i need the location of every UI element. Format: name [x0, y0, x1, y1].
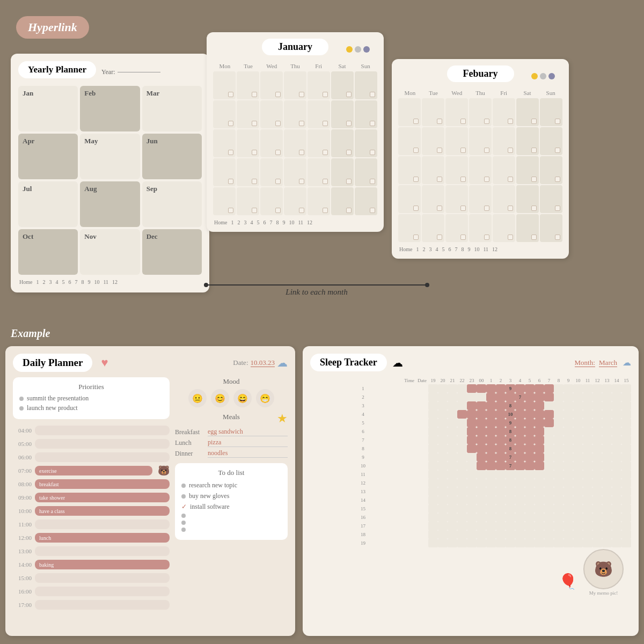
- cell-checkbox[interactable]: [346, 179, 352, 184]
- month-cell-sep[interactable]: Sep: [142, 181, 202, 227]
- nav-item[interactable]: 4: [54, 279, 59, 285]
- cell-checkbox[interactable]: [346, 92, 352, 97]
- cell-checkbox[interactable]: [413, 119, 419, 124]
- nav-item[interactable]: 10: [288, 219, 295, 225]
- cell-checkbox[interactable]: [508, 206, 513, 211]
- month-cell-aug[interactable]: Aug: [80, 181, 140, 227]
- cell-checkbox[interactable]: [531, 119, 537, 124]
- nav-item[interactable]: 7: [268, 219, 273, 225]
- nav-item[interactable]: 7: [74, 279, 78, 285]
- cell-checkbox[interactable]: [299, 208, 304, 213]
- cell-checkbox[interactable]: [460, 119, 466, 124]
- nav-item[interactable]: 2: [236, 219, 241, 225]
- cell-checkbox[interactable]: [531, 206, 537, 211]
- nav-item[interactable]: 1: [415, 246, 420, 252]
- cell-checkbox[interactable]: [484, 148, 489, 153]
- nav-item[interactable]: 10: [93, 279, 100, 285]
- cell-checkbox[interactable]: [437, 119, 442, 124]
- cell-checkbox[interactable]: [437, 148, 442, 153]
- cell-checkbox[interactable]: [299, 150, 304, 155]
- cell-checkbox[interactable]: [275, 208, 281, 213]
- cell-checkbox[interactable]: [252, 92, 257, 97]
- nav-item[interactable]: 11: [102, 279, 109, 285]
- cell-checkbox[interactable]: [370, 150, 375, 155]
- nav-item[interactable]: 8: [275, 219, 280, 225]
- cell-checkbox[interactable]: [508, 148, 513, 153]
- nav-item[interactable]: 8: [80, 279, 85, 285]
- nav-item[interactable]: 4: [434, 246, 439, 252]
- cell-checkbox[interactable]: [275, 179, 281, 184]
- nav-item[interactable]: 11: [297, 219, 304, 225]
- cell-checkbox[interactable]: [299, 121, 304, 126]
- cell-checkbox[interactable]: [460, 177, 466, 182]
- mood-face[interactable]: 😁: [256, 389, 274, 407]
- cell-checkbox[interactable]: [555, 235, 560, 240]
- cell-checkbox[interactable]: [346, 208, 352, 213]
- nav-item[interactable]: 8: [460, 246, 465, 252]
- nav-item[interactable]: 5: [255, 219, 260, 225]
- cell-checkbox[interactable]: [323, 179, 328, 184]
- nav-item[interactable]: 6: [262, 219, 267, 225]
- nav-item[interactable]: 12: [491, 246, 499, 252]
- cell-checkbox[interactable]: [484, 119, 489, 124]
- cell-checkbox[interactable]: [228, 179, 233, 184]
- nav-item[interactable]: 11: [482, 246, 489, 252]
- cell-checkbox[interactable]: [484, 206, 489, 211]
- february-nav[interactable]: Home123456789101112: [398, 246, 562, 252]
- nav-item[interactable]: 3: [243, 219, 247, 225]
- mood-face[interactable]: 😊: [211, 389, 229, 407]
- month-cell-jul[interactable]: Jul: [18, 181, 78, 227]
- cell-checkbox[interactable]: [323, 208, 328, 213]
- nav-item[interactable]: 5: [441, 246, 445, 252]
- cell-checkbox[interactable]: [508, 177, 513, 182]
- nav-item[interactable]: 1: [35, 279, 40, 285]
- nav-item[interactable]: Home: [398, 246, 413, 252]
- cell-checkbox[interactable]: [531, 235, 537, 240]
- cell-checkbox[interactable]: [323, 150, 328, 155]
- cell-checkbox[interactable]: [531, 148, 537, 153]
- cell-checkbox[interactable]: [555, 148, 560, 153]
- cell-checkbox[interactable]: [437, 206, 442, 211]
- cell-checkbox[interactable]: [323, 121, 328, 126]
- nav-item[interactable]: Home: [213, 219, 228, 225]
- cell-checkbox[interactable]: [370, 208, 375, 213]
- nav-item[interactable]: Home: [18, 279, 33, 285]
- month-cell-dec[interactable]: Dec: [142, 229, 202, 275]
- cell-checkbox[interactable]: [508, 119, 513, 124]
- cell-checkbox[interactable]: [555, 119, 560, 124]
- nav-item[interactable]: 3: [428, 246, 433, 252]
- nav-item[interactable]: 4: [249, 219, 254, 225]
- nav-item[interactable]: 9: [281, 219, 286, 225]
- nav-item[interactable]: 3: [48, 279, 53, 285]
- cell-checkbox[interactable]: [370, 179, 375, 184]
- cell-checkbox[interactable]: [413, 177, 419, 182]
- nav-item[interactable]: 1: [230, 219, 235, 225]
- cell-checkbox[interactable]: [370, 121, 375, 126]
- cell-checkbox[interactable]: [508, 235, 513, 240]
- nav-item[interactable]: 6: [447, 246, 452, 252]
- cell-checkbox[interactable]: [228, 208, 233, 213]
- nav-item[interactable]: 10: [473, 246, 480, 252]
- cell-checkbox[interactable]: [275, 150, 281, 155]
- yearly-nav[interactable]: Home123456789101112: [18, 279, 202, 285]
- mood-face[interactable]: 😐: [188, 389, 207, 407]
- nav-item[interactable]: 9: [466, 246, 471, 252]
- nav-item[interactable]: 12: [306, 219, 313, 225]
- month-cell-nov[interactable]: Nov: [80, 229, 140, 275]
- january-nav[interactable]: Home123456789101112: [213, 219, 377, 225]
- cell-checkbox[interactable]: [370, 92, 375, 97]
- month-cell-apr[interactable]: Apr: [18, 134, 78, 179]
- cell-checkbox[interactable]: [413, 206, 419, 211]
- cell-checkbox[interactable]: [299, 179, 304, 184]
- cell-checkbox[interactable]: [484, 177, 489, 182]
- cell-checkbox[interactable]: [531, 177, 537, 182]
- cell-checkbox[interactable]: [460, 148, 466, 153]
- cell-checkbox[interactable]: [275, 121, 281, 126]
- cell-checkbox[interactable]: [413, 235, 419, 240]
- mood-face[interactable]: 😄: [233, 389, 252, 407]
- cell-checkbox[interactable]: [346, 121, 352, 126]
- cell-checkbox[interactable]: [228, 92, 233, 97]
- cell-checkbox[interactable]: [252, 121, 257, 126]
- nav-item[interactable]: 6: [67, 279, 72, 285]
- cell-checkbox[interactable]: [299, 92, 304, 97]
